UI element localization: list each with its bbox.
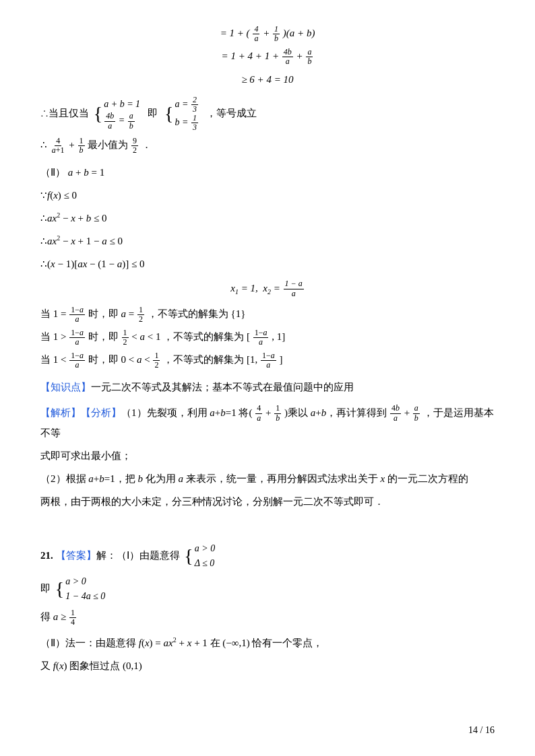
ineq-2: ∴ax2 − x + 1 − a ≤ 0: [40, 231, 495, 251]
case-1: 当 1 = 1−aa 时，即 a = 12 ，不等式的解集为 {1}: [40, 304, 495, 324]
knowledge-point: 【知识点】一元二次不等式及其解法；基本不等式在最值问题中的应用: [40, 377, 495, 397]
case-3: 当 1 < 1−aa 时，即 0 < a < 12 ，不等式的解集为 [1, 1…: [40, 349, 495, 370]
main-content: = 1 + ( 4a + 1b )(a + b) = 1 + 4 + 1 + 4…: [40, 24, 495, 676]
ineq-3: ∴(x − 1)[ax − (1 − a)] ≤ 0: [40, 254, 495, 274]
math-line-2: = 1 + 4 + 1 + 4ba + ab: [40, 47, 495, 66]
case-2: 当 1 > 1−aa 时，即 12 < a < 1 ，不等式的解集为 [ 1−a…: [40, 327, 495, 347]
problem-21-header: 21. 【答案】解：（Ⅰ）由题意得 { a > 0 Δ ≤ 0: [40, 541, 495, 572]
problem-21-line4: 又 f(x) 图象恒过点 (0,1): [40, 656, 495, 676]
therefore-line-2: ∴ 4a+1 + 1b 最小值为 92 ．: [40, 135, 495, 155]
analysis-header: 【解析】【分析】（1）先裂项，利用 a+b=1 将( 4a + 1b )乘以 a…: [40, 403, 495, 443]
math-line-1: = 1 + ( 4a + 1b )(a + b): [40, 24, 495, 43]
problem-21-line2: 即 { a > 0 1 − 4a ≤ 0: [40, 574, 495, 605]
problem-21-line3: 得 a ≥ 14: [40, 607, 495, 627]
analysis-line2: 式即可求出最小值；: [40, 446, 495, 466]
therefore-line-1: ∴当且仅当 { a + b = 1 4ba = ab 即 { a = 23 b …: [40, 96, 495, 133]
problem-21-part2: （Ⅱ）法一：由题意得 f(x) = ax2 + x + 1 在 (−∞,1) 恰…: [40, 633, 495, 653]
page-footer: 14 / 16: [468, 725, 495, 736]
analysis-part2: （2）根据 a+b=1，把 b 化为用 a 来表示，统一量，再用分解因式法求出关…: [40, 469, 495, 489]
fx-leq-0: ∵f(x) ≤ 0: [40, 185, 495, 205]
part-II-header: （Ⅱ） a + b = 1: [40, 162, 495, 182]
roots-line: x1 = 1, x2 = 1 − aa: [40, 279, 495, 298]
ineq-1: ∴ax2 − x + b ≤ 0: [40, 208, 495, 228]
math-line-3: ≥ 6 + 4 = 10: [40, 71, 495, 89]
analysis-line3: 两根，由于两根的大小未定，分三种情况讨论，分别解一元二次不等式即可．: [40, 491, 495, 512]
